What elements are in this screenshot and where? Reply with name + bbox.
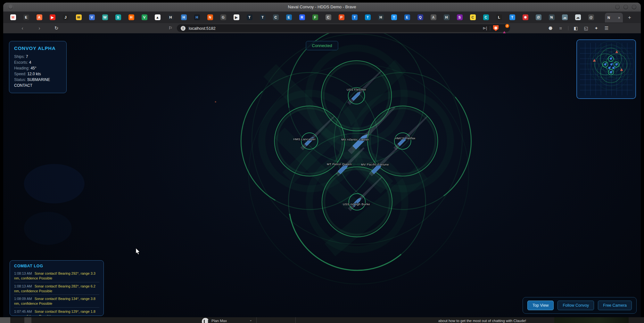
pinned-tab-2[interactable]: E [20, 13, 33, 22]
bookmark-icon[interactable]: ⚐ [167, 25, 174, 31]
pinned-tab-favicon: C [470, 14, 476, 20]
pinned-tab-favicon: M [10, 14, 16, 20]
ship-label-hms-lancaster: HMS Lancaster [293, 137, 316, 141]
minimap-ship-hms-lancaster [604, 63, 607, 66]
brave-shield-icon[interactable] [493, 25, 499, 31]
window-title: Naval Convoy - HDDS Demo - Brave [3, 3, 641, 12]
pinned-tab-25[interactable]: C [322, 13, 335, 22]
brave-rewards-icon[interactable]: 2 [501, 26, 508, 31]
pinned-tab-favicon: V [142, 14, 147, 20]
pinned-tab-21[interactable]: C [269, 13, 282, 22]
pinned-tab-42[interactable]: N [545, 13, 558, 22]
pinned-tab-favicon: ✱ [523, 14, 528, 20]
pinned-tab-11[interactable]: V [138, 13, 151, 22]
maximize-button[interactable] [623, 4, 629, 10]
minimize-button[interactable] [615, 4, 620, 10]
pinned-tab-35[interactable]: S [453, 13, 466, 22]
tab-strip: MEA▶J✉VWSHV▲HHHNG▶TTCERFCPTTHTEQAHSCCLT✱… [3, 12, 641, 23]
toolbar-separator [568, 26, 568, 30]
pinned-tab-4[interactable]: ▶ [46, 13, 59, 22]
pinned-tab-43[interactable]: ☁ [558, 13, 571, 22]
ship-label-mv-atlantic-carrier: MV Atlantic Carrier [341, 138, 369, 141]
pinned-tab-8[interactable]: W [98, 13, 111, 22]
pinned-tab-favicon: H [128, 14, 134, 20]
pinned-tab-favicon: T [352, 14, 358, 20]
pinned-tab-40[interactable]: ✱ [519, 13, 532, 22]
pinned-tab-30[interactable]: T [387, 13, 400, 22]
pinned-tab-41[interactable]: Ø [532, 13, 545, 22]
pinned-tab-45[interactable]: @ [584, 13, 598, 22]
pinned-tab-3[interactable]: A [33, 13, 46, 22]
pinned-tab-22[interactable]: E [282, 13, 295, 22]
sidebar-icon[interactable]: ◧ [573, 26, 579, 31]
reading-list-icon[interactable]: ◱ [583, 26, 589, 31]
pinned-tab-favicon: C [483, 14, 489, 20]
pinned-tab-39[interactable]: T [506, 13, 519, 22]
pinned-tab-1[interactable]: M [6, 13, 20, 22]
pinned-tab-6[interactable]: ✉ [72, 13, 85, 22]
pinned-tab-13[interactable]: H [164, 13, 177, 22]
page-content[interactable]: USS FletcherHMS LancasterHMCS HalifaxMV … [3, 33, 641, 317]
pinned-tab-23[interactable]: R [295, 13, 309, 22]
pinned-tab-5[interactable]: J [59, 13, 72, 22]
pinned-tab-36[interactable]: C [466, 13, 479, 22]
minimap-canvas [577, 40, 635, 98]
ship-label-hmcs-halifax: HMCS Halifax [395, 136, 416, 140]
pinned-tab-14[interactable]: H [177, 13, 190, 22]
pinned-tab-9[interactable]: S [111, 13, 125, 22]
free-camera-button[interactable]: Free Camera [598, 301, 632, 310]
pinned-tab-7[interactable]: V [85, 13, 98, 22]
mouse-cursor [136, 248, 141, 255]
pinned-tab-favicon: ☁ [575, 14, 581, 20]
send-tab-icon[interactable]: ⊳| [483, 26, 487, 30]
pinned-tab-27[interactable]: T [348, 13, 361, 22]
top-view-button[interactable]: Top View [527, 301, 554, 310]
pinned-tab-20[interactable]: T [256, 13, 269, 22]
pinned-tab-18[interactable]: ▶ [230, 13, 243, 22]
pinned-tab-33[interactable]: A [427, 13, 440, 22]
site-info-icon[interactable]: i [181, 26, 186, 31]
pinned-tab-31[interactable]: E [400, 13, 414, 22]
pinned-tab-28[interactable]: T [361, 13, 374, 22]
pinned-tab-10[interactable]: H [125, 13, 138, 22]
close-button[interactable] [631, 4, 637, 10]
follow-convoy-button[interactable]: Follow Convoy [557, 301, 594, 310]
url-text[interactable]: localhost:5182 [189, 26, 216, 31]
pinned-tab-34[interactable]: H [440, 13, 453, 22]
log-entry: 1:08:09 AMSonar contact! Bearing 134°, r… [14, 295, 99, 308]
active-tab[interactable]: N × [605, 13, 623, 22]
pinned-tab-44[interactable]: ☁ [571, 13, 584, 22]
forward-icon[interactable]: › [36, 25, 43, 31]
pinned-tab-32[interactable]: Q [414, 13, 427, 22]
pinned-tab-37[interactable]: C [479, 13, 492, 22]
pinned-tab-favicon: A [431, 14, 436, 20]
pinned-tab-29[interactable]: H [374, 13, 387, 22]
pinned-tab-12[interactable]: ▲ [151, 13, 164, 22]
tab-close-icon[interactable]: × [618, 15, 620, 20]
pinned-tab-favicon: J [63, 14, 69, 20]
pinned-tab-15[interactable]: H [190, 13, 203, 22]
convoy-fields: Ships: 7Escorts: 4Heading: 45°Speed: 12.… [14, 54, 62, 88]
log-entry: 1:08:13 AMSonar contact! Bearing 282°, r… [14, 282, 99, 295]
pinned-tab-16[interactable]: N [203, 13, 217, 22]
leo-ai-icon[interactable]: ✦ [593, 26, 599, 31]
pinned-tab-24[interactable]: F [309, 13, 322, 22]
pinned-tab-favicon: N [207, 14, 213, 20]
plan-label: Plan Max [211, 319, 227, 323]
title-bar[interactable]: Naval Convoy - HDDS Demo - Brave [3, 3, 641, 12]
address-bar[interactable]: i localhost:5182 ⊳| 2 [177, 24, 510, 32]
pill-separator [490, 26, 490, 30]
menu-icon[interactable]: ☰ [604, 26, 609, 31]
extensions-icon[interactable]: ⬣ [548, 26, 553, 31]
reload-icon[interactable]: ↻ [53, 25, 60, 31]
pinned-tab-26[interactable]: P [335, 13, 348, 22]
combat-log-entries: 1:08:13 AMSonar contact! Bearing 292°, r… [14, 270, 99, 316]
search-tabs-icon[interactable]: ⌗ [558, 26, 564, 31]
active-tab-favicon: N [607, 16, 610, 20]
new-tab-button[interactable]: + [626, 14, 633, 21]
pinned-tab-19[interactable]: T [243, 13, 256, 22]
minimap-ship-mv-pacific-fortune [612, 67, 615, 69]
pinned-tab-38[interactable]: L [492, 13, 506, 22]
pinned-tab-17[interactable]: G [217, 13, 230, 22]
back-icon[interactable]: ‹ [19, 25, 26, 31]
